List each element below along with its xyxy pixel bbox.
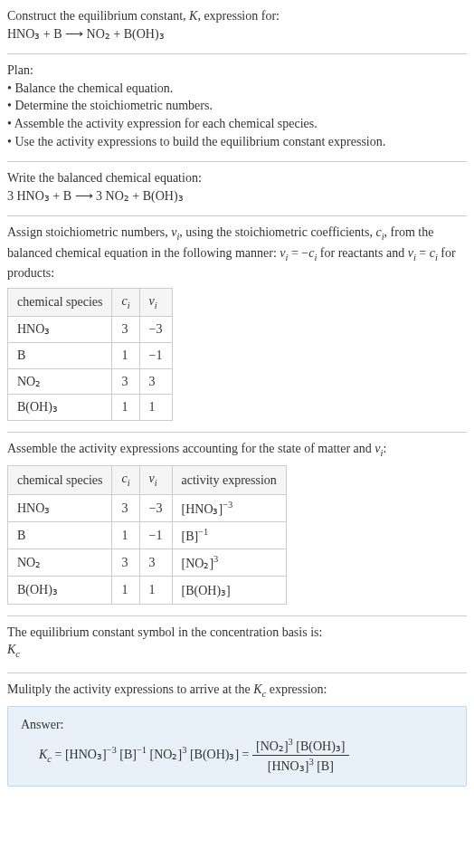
table-row: B(OH)₃11 [8,395,173,421]
cell-ci: 3 [112,494,139,521]
cell-expr: [NO₂]3 [172,549,286,577]
cell-expr: [B]−1 [172,521,286,548]
symbol-Kc: Kc [7,641,467,661]
cell-species: B [8,521,112,548]
prompt-equation: HNO₃ + B ⟶ NO₂ + B(OH)₃ [7,25,467,43]
cell-species: NO₂ [8,368,112,395]
cell-vi: 1 [139,577,172,604]
cell-species: B(OH)₃ [8,395,112,421]
cell-expr: [B(OH)₃] [172,577,286,604]
term: [NO₂] [147,748,182,761]
col-ci: ci [112,288,139,316]
cell-expr: [HNO₃]−3 [172,494,286,521]
answer-label: Answer: [21,716,453,734]
expr-base: [NO₂] [182,557,214,570]
answer-equation: Kc = [HNO₃]−3 [B]−1 [NO₂]3 [B(OH)₃] = [N… [21,736,453,776]
cell-vi: 3 [139,368,172,395]
prompt-section: Construct the equilibrium constant, K, e… [7,7,467,43]
symbol-line: The equilibrium constant symbol in the c… [7,624,467,642]
cell-ci: 1 [112,577,139,604]
cell-ci: 3 [112,368,139,395]
divider [7,432,467,433]
cell-ci: 3 [112,549,139,577]
col-species: chemical species [8,466,112,494]
term-sup: −3 [107,745,117,755]
plan-item: • Assemble the activity expression for e… [7,115,467,133]
divider [7,672,467,673]
divider [7,215,467,216]
col-species: chemical species [8,288,112,316]
sub-i: i [155,478,157,488]
multiply-line: Mulitply the activity expressions to arr… [7,681,467,701]
text: Assemble the activity expressions accoun… [7,442,374,455]
var-K: K [253,682,261,696]
sub-i: i [128,478,130,488]
text: for reactants and [317,246,407,260]
activity-section: Assemble the activity expressions accoun… [7,440,467,605]
prompt-text: Construct the equilibrium constant, [7,9,189,23]
text: : [383,442,386,455]
table-header-row: chemical species ci νi [8,288,173,316]
cell-vi: −1 [139,521,172,548]
balanced-title: Write the balanced chemical equation: [7,169,467,187]
cell-vi: 1 [139,395,172,421]
text: Assign stoichiometric numbers, [7,225,171,239]
text: , using the stoichiometric coefficients, [179,225,375,239]
stoich-intro: Assign stoichiometric numbers, νi, using… [7,224,467,282]
var-K: K [39,748,47,761]
expr-base: [B] [182,529,199,543]
table-row: B1−1 [8,342,173,368]
cell-species: HNO₃ [8,494,112,521]
expr-sup: 3 [213,554,218,564]
var-K: K [7,643,15,656]
expr-sup: −3 [223,500,232,510]
text: Mulitply the activity expressions to arr… [7,682,253,696]
term: [B] [117,748,137,761]
cell-species: NO₂ [8,549,112,577]
plan-item: • Balance the chemical equation. [7,80,467,98]
prompt-text-end: , expression for: [197,9,280,23]
stoich-table: chemical species ci νi HNO₃3−3 B1−1 NO₂3… [7,288,173,421]
cell-species: HNO₃ [8,317,112,343]
divider [7,53,467,54]
sub-i: i [128,300,130,310]
table-row: NO₂33 [8,368,173,395]
cell-vi: −1 [139,342,172,368]
text: = [416,246,430,260]
term: [B(OH)₃] [293,739,346,753]
term: [HNO₃] [65,748,107,761]
table-row: HNO₃3−3[HNO₃]−3 [8,494,287,521]
cell-ci: 1 [112,395,139,421]
activity-intro: Assemble the activity expressions accoun… [7,440,467,460]
cell-ci: 3 [112,317,139,343]
fraction: [NO₂]3 [B(OH)₃][HNO₃]3 [B] [252,736,349,776]
expr-base: [B(OH)₃] [182,584,231,597]
col-vi: νi [139,288,172,316]
cell-species: B(OH)₃ [8,577,112,604]
text: expression: [266,682,327,696]
col-expr: activity expression [172,466,286,494]
divider [7,161,467,162]
table-row: NO₂33[NO₂]3 [8,549,287,577]
plan-item: • Use the activity expressions to build … [7,133,467,151]
plan-section: Plan: • Balance the chemical equation. •… [7,62,467,150]
cell-species: B [8,342,112,368]
balanced-section: Write the balanced chemical equation: 3 … [7,169,467,205]
cell-vi: 3 [139,549,172,577]
activity-table: chemical species ci νi activity expressi… [7,465,287,604]
term-sup: −1 [137,745,147,755]
numerator: [NO₂]3 [B(OH)₃] [252,736,349,756]
eq-sign: = [52,748,65,761]
table-header-row: chemical species ci νi activity expressi… [8,466,287,494]
table-row: HNO₃3−3 [8,317,173,343]
eq-sign: = [239,748,252,761]
balanced-equation: 3 HNO₃ + B ⟶ 3 NO₂ + B(OH)₃ [7,187,467,205]
table-row: B(OH)₃11[B(OH)₃] [8,577,287,604]
answer-box: Answer: Kc = [HNO₃]−3 [B]−1 [NO₂]3 [B(OH… [7,706,467,787]
multiply-section: Mulitply the activity expressions to arr… [7,681,467,787]
plan-title: Plan: [7,62,467,80]
term: [B(OH)₃] [186,748,239,761]
expr-sup: −1 [198,527,208,537]
sub-c: c [15,649,20,659]
prompt-line1: Construct the equilibrium constant, K, e… [7,7,467,25]
